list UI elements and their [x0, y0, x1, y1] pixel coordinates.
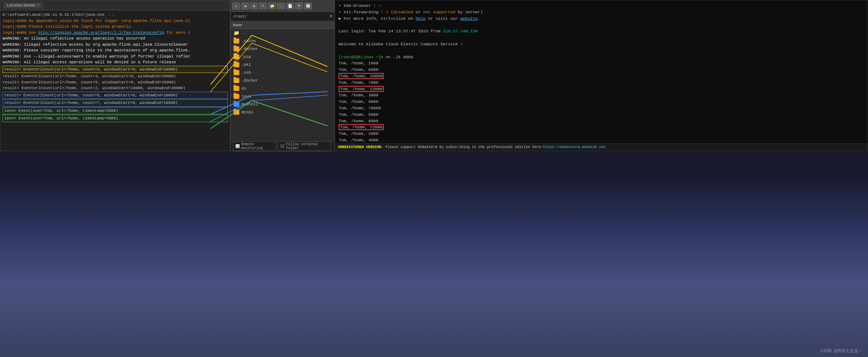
terminal-line-5: Tom, /home, 12000 — [339, 86, 864, 92]
folder-label-cache: .cache — [241, 39, 256, 43]
console-line-warn-3: log4j:WARN See http://logging.apache.org… — [3, 30, 228, 36]
status-message: - Please support MobaXterm by subscribin… — [381, 145, 543, 149]
console-line-warn-1: log4j:WARN No appenders could be found f… — [3, 18, 228, 24]
console-warning-1: WARNING: An illegal reflective access op… — [3, 36, 228, 42]
toolbar-left-btn[interactable]: ◀ — [241, 3, 249, 10]
prompt-line: [root@ZQFLinux ~]# nc -lk 8080 — [339, 54, 864, 60]
folder-label-myshell: myshell — [241, 102, 258, 106]
result-line-2: result> EventUrlCount(url=/home, count=4… — [3, 73, 228, 79]
monitor-icon: 📊 — [235, 144, 240, 148]
folder-icon-docker2 — [234, 78, 239, 83]
terminal-line-2: Tom, /home, 6000 — [339, 67, 864, 73]
file-item-cache[interactable]: .cache — [231, 37, 334, 45]
terminal-status-bar: UNREGISTERED VERSION - Please support Mo… — [335, 143, 868, 151]
terminal-content: • SSH-browser : ✓ • X11-forwarding : ✗ (… — [335, 0, 868, 143]
file-item-myshell[interactable]: myshell — [231, 100, 334, 108]
file-name-header: Name — [233, 23, 242, 27]
toolbar-download-btn[interactable]: ▼ — [295, 3, 303, 10]
console-warning-4: WARNING: Use --illegal-access=warn to en… — [3, 54, 228, 60]
terminal-line-1: Tom, /home, 1000 — [339, 60, 864, 67]
file-item-es[interactable]: es — [231, 84, 334, 92]
folder-label-pip: .pip — [241, 55, 251, 59]
folder-icon-docker1 — [234, 46, 239, 51]
file-browser-panel: ★ ◀ ▲ ● 📁 ✕ 📄 ▼ 🔄 /root/ ▼ Name 📁 .. .ca… — [230, 0, 335, 151]
watermark: CSDN @情绪大瓜皮~ — [821, 348, 861, 354]
console-line-warn-2: log4j:WARN Please initialize the log4j s… — [3, 24, 228, 30]
welcome-line: Welcome to Alibaba Cloud Elastic Compute… — [339, 41, 864, 47]
follow-terminal-btn[interactable]: ⬛ Follow terminal folder — [277, 141, 331, 151]
terminal-line-8: Tom, /home, 70000 — [339, 105, 864, 111]
file-bottom-bar: 📊 Remote monitoring ⬛ Follow terminal fo… — [231, 141, 334, 151]
monitor-label: Remote monitoring — [241, 142, 273, 150]
folder-icon-cache — [234, 38, 239, 44]
folder-label-docker1: .docker — [241, 47, 258, 51]
folder-label-ssh: .ssh — [241, 70, 251, 75]
toolbar-green-btn[interactable]: ● — [259, 3, 267, 10]
log4j-link[interactable]: http://logging.apache.org/log4j/1.2/faq.… — [38, 31, 164, 35]
terminal-icon: ⬛ — [280, 144, 284, 148]
result-line-5: result> EventUrlCount(url=/home, count=6… — [3, 92, 228, 99]
unregistered-label: UNREGISTERED VERSION — [338, 145, 381, 149]
console-line-path: D:\software\Java\jdk-11.0.15.1\bin\java.… — [3, 12, 228, 18]
toolbar-refresh-btn[interactable]: 🔄 — [304, 3, 312, 10]
path-text: /root/ — [233, 14, 330, 19]
ssh-terminal-panel: • SSH-browser : ✓ • X11-forwarding : ✗ (… — [335, 0, 868, 151]
console-warning-2: WARNING: Illegal reflective access by or… — [3, 42, 228, 48]
ssh-info-1: • SSH-browser : ✓ — [339, 3, 864, 9]
folder-icon-myshell — [234, 102, 239, 107]
left-console-panel: LateDataDemo × D:\software\Java\jdk-11.0… — [0, 0, 230, 151]
toolbar-star-btn[interactable]: ★ — [232, 3, 240, 10]
result-line-1: result> EventUrlCount(url=/home, count=3… — [3, 66, 228, 73]
path-arrow: ▼ — [330, 14, 332, 18]
status-link[interactable]: https://mobaxterm.mobatek.net — [543, 145, 606, 149]
folder-icon-es — [234, 86, 239, 91]
toolbar-folder-btn[interactable]: 📁 — [268, 3, 276, 10]
folder-label-mysql: mysql — [241, 110, 253, 114]
remote-monitoring-btn[interactable]: 📊 Remote monitoring — [233, 141, 276, 151]
folder-icon-pki — [234, 62, 239, 67]
folder-icon-pip — [234, 54, 239, 59]
tab-title: LateDataDemo — [7, 3, 35, 8]
file-item-mysql[interactable]: mysql — [231, 108, 334, 116]
terminal-line-12: Tom, /home, 2000 — [339, 131, 864, 137]
result-line-4: result> EventUrlCount(url=/home, count=2… — [3, 85, 228, 91]
ssh-info-2: • X11-forwarding : ✗ (disabled or not su… — [339, 9, 864, 15]
terminal-line-6: Tom, /home, 3000 — [339, 92, 864, 99]
file-item-docker2[interactable]: .docker — [231, 77, 334, 84]
parent-label: .. — [241, 31, 246, 35]
file-item-ssh[interactable]: .ssh — [231, 69, 334, 77]
parent-icon: 📁 — [234, 30, 239, 36]
file-item-parent[interactable]: 📁 .. — [231, 29, 334, 37]
file-item-docker1[interactable]: .docker — [231, 45, 334, 53]
terminal-line-11: Tom, /home, 72000 — [339, 124, 864, 131]
toolbar-up-btn[interactable]: ▲ — [250, 3, 258, 10]
file-item-pki[interactable]: .pki — [231, 61, 334, 69]
folder-label-java: java — [241, 94, 251, 99]
ssh-info-3: ▶ For more info, ctrl+click on help or v… — [339, 15, 864, 22]
file-item-pip[interactable]: .pip — [231, 53, 334, 61]
file-list[interactable]: 📁 .. .cache .docker .pip .pki .ssh — [231, 29, 334, 141]
follow-label: Follow terminal folder — [286, 142, 328, 150]
result-line-3: result> EventUrlCount(url=/home, count=5… — [3, 79, 228, 86]
terminal-line-7: Tom, /home, 9000 — [339, 99, 864, 105]
result-line-6: result> EventUrlCount(url=/home, count=7… — [3, 99, 228, 107]
file-toolbar: ★ ◀ ▲ ● 📁 ✕ 📄 ▼ 🔄 — [231, 0, 334, 12]
terminal-line-13: Tom, /home, 4000 — [339, 137, 864, 143]
tab-item[interactable]: LateDataDemo × — [3, 2, 43, 9]
folder-icon-java — [234, 94, 239, 99]
console-warning-5: WARNING: All illegal access operations w… — [3, 59, 228, 65]
folder-icon-ssh — [234, 70, 239, 75]
toolbar-red-btn[interactable]: ✕ — [277, 3, 285, 10]
path-bar: /root/ ▼ — [231, 12, 334, 21]
file-column-header: Name — [231, 21, 334, 29]
console-output: D:\software\Java\jdk-11.0.15.1\bin\java.… — [0, 10, 230, 151]
tab-close-btn[interactable]: × — [37, 3, 40, 7]
terminal-line-3: Tom, /home, 10000 — [339, 73, 864, 79]
toolbar-file-btn[interactable]: 📄 — [286, 3, 294, 10]
terminal-line-9: Tom, /home, 5000 — [339, 111, 864, 118]
late-line-1: late> Event(user=Tom, url=/home, timesta… — [3, 107, 228, 115]
console-warning-3: WARNING: Please consider reporting this … — [3, 47, 228, 54]
folder-label-docker2: .docker — [241, 78, 258, 83]
terminal-line-4: Tom, /home, 7000 — [339, 79, 864, 86]
file-item-java[interactable]: java — [231, 92, 334, 100]
